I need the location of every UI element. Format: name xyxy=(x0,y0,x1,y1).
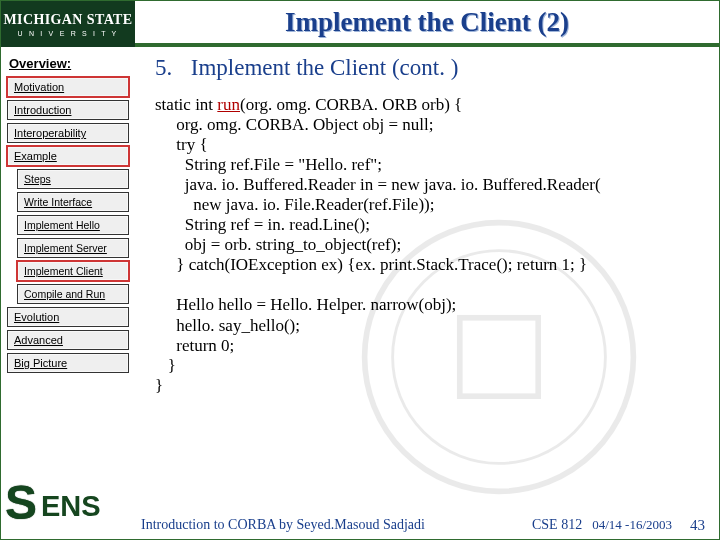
sidebar-item-example[interactable]: Example xyxy=(7,146,129,166)
sens-logo: SENS xyxy=(5,475,131,535)
sidebar-heading: Overview: xyxy=(7,53,129,77)
logo-line2: U N I V E R S I T Y xyxy=(18,30,119,37)
step-heading: 5. Implement the Client (cont. ) xyxy=(155,55,705,81)
footer-date: 04/14 -16/2003 xyxy=(592,517,672,533)
page-title: Implement the Client (2) xyxy=(285,7,569,38)
footer-left: Introduction to CORBA by Seyed.Masoud Sa… xyxy=(141,517,425,533)
sidebar-item-introduction[interactable]: Introduction xyxy=(7,100,129,120)
sidebar-item-advanced[interactable]: Advanced xyxy=(7,330,129,350)
page-number: 43 xyxy=(690,517,705,534)
logo-line1: MICHIGAN STATE xyxy=(3,12,132,28)
step-text: Implement the Client (cont. ) xyxy=(191,55,459,80)
content: 5. Implement the Client (cont. ) static … xyxy=(135,47,719,507)
run-keyword: run xyxy=(217,95,240,114)
msu-logo: MICHIGAN STATE U N I V E R S I T Y xyxy=(1,1,135,47)
sidebar: Overview: MotivationIntroductionInterope… xyxy=(1,47,135,507)
sidebar-item-big-picture[interactable]: Big Picture xyxy=(7,353,129,373)
slide: MICHIGAN STATE U N I V E R S I T Y Imple… xyxy=(0,0,720,540)
step-number: 5. xyxy=(155,55,185,81)
sidebar-item-compile-and-run[interactable]: Compile and Run xyxy=(17,284,129,304)
code-block: static int run(org. omg. CORBA. ORB orb)… xyxy=(155,95,705,396)
sidebar-item-implement-client[interactable]: Implement Client xyxy=(17,261,129,281)
sidebar-item-implement-hello[interactable]: Implement Hello xyxy=(17,215,129,235)
sidebar-item-implement-server[interactable]: Implement Server xyxy=(17,238,129,258)
sidebar-item-steps[interactable]: Steps xyxy=(17,169,129,189)
sidebar-item-evolution[interactable]: Evolution xyxy=(7,307,129,327)
sidebar-item-motivation[interactable]: Motivation xyxy=(7,77,129,97)
top-bar: MICHIGAN STATE U N I V E R S I T Y Imple… xyxy=(1,1,719,47)
title-area: Implement the Client (2) xyxy=(135,1,719,43)
body: Overview: MotivationIntroductionInterope… xyxy=(1,47,719,507)
sidebar-item-write-interface[interactable]: Write Interface xyxy=(17,192,129,212)
footer-course: CSE 812 xyxy=(532,517,582,533)
sidebar-item-interoperability[interactable]: Interoperability xyxy=(7,123,129,143)
